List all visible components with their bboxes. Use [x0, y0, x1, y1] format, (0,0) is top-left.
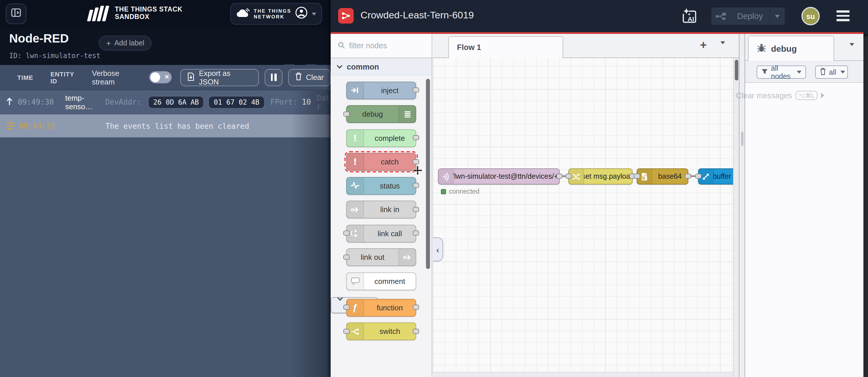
deploy-button[interactable]: Deploy [711, 7, 785, 25]
clear-label: all [829, 68, 836, 76]
fport-value: 10 [302, 98, 311, 106]
palette-node-switch[interactable]: switch [346, 322, 416, 340]
output-port[interactable] [413, 135, 419, 140]
clear-events-button[interactable]: Clear [288, 69, 331, 86]
input-port[interactable] [343, 111, 350, 116]
flow-list-button[interactable] [720, 44, 725, 55]
input-port[interactable] [343, 304, 350, 310]
debug-list-icon [398, 106, 415, 122]
input-port[interactable] [634, 174, 640, 179]
user-avatar[interactable]: su [801, 7, 820, 25]
palette-node-link-in[interactable]: link in [346, 201, 416, 219]
flow-node-change[interactable]: set msg.payload [568, 168, 632, 184]
input-port[interactable] [343, 230, 350, 236]
event-row-cleared[interactable]: 09:49:29 The events list has been cleare… [0, 114, 331, 137]
search-icon [338, 41, 345, 50]
column-time: TIME [17, 74, 37, 81]
output-port[interactable] [413, 87, 419, 92]
palette-filter-placeholder: filter nodes [349, 41, 387, 50]
verbose-stream-toggle[interactable]: × [149, 71, 172, 83]
ai-assistant-button[interactable]: AI [680, 7, 698, 25]
palette-node-debug[interactable]: debug [346, 105, 416, 123]
main-menu-button[interactable] [836, 10, 849, 21]
cloud-icon [236, 8, 250, 20]
desktop-background-strip [863, 0, 868, 377]
export-json-label: Export as JSON [199, 69, 252, 86]
node-label: function [364, 299, 415, 316]
output-port[interactable] [413, 183, 419, 188]
verbose-stream-label: Verbose stream [92, 69, 144, 86]
input-port[interactable] [343, 254, 350, 259]
flow-node-buffer-parser[interactable]: buffer parser [698, 168, 739, 184]
palette-category-common[interactable]: common [331, 58, 432, 75]
event-entity-id: temp-senso… [65, 93, 92, 111]
ghost-tooltip-clear-messages: Clear messages ⌥⌘L [736, 91, 825, 100]
deploy-options-caret[interactable] [770, 14, 785, 18]
app-id: ID: lwn-simulator-test [9, 52, 100, 60]
chevron-down-icon [337, 63, 342, 69]
node-status: connected [441, 188, 479, 195]
add-label-button[interactable]: + Add label [99, 36, 152, 51]
devaddr-label: DevAddr: [105, 98, 141, 106]
input-port[interactable] [343, 328, 350, 334]
output-port[interactable] [413, 304, 419, 310]
output-port[interactable] [556, 174, 563, 179]
event-row-uplink[interactable]: 09:49:30 temp-senso… DevAddr: 26 0D 6A A… [0, 90, 331, 114]
sidebar-toggle-button[interactable] [6, 3, 26, 24]
palette-node-status[interactable]: status [346, 177, 416, 195]
sidebar-options-caret[interactable] [849, 46, 854, 56]
output-port[interactable] [413, 230, 419, 236]
output-port[interactable] [413, 207, 419, 212]
palette-node-inject[interactable]: inject [346, 81, 416, 99]
chevron-down-icon [312, 12, 317, 15]
payload-badge[interactable]: 01 67 02 4B [209, 96, 265, 108]
add-flow-button[interactable]: + [700, 38, 707, 52]
tab-flow-1[interactable]: Flow 1 [448, 36, 563, 58]
tab-debug[interactable]: debug [748, 36, 834, 61]
column-entity-id: ENTITY ID [51, 70, 83, 84]
node-red-header: Crowded-Least-Tern-6019 AI Deploy su [331, 0, 863, 32]
palette-node-function[interactable]: ƒ function [346, 298, 416, 316]
node-label: comment [364, 273, 415, 289]
filter-label: all nodes [771, 64, 793, 80]
canvas-horizontal-scrollbar[interactable] [433, 372, 733, 377]
flow-canvas[interactable]: v3/lwn-simulator-test@ttn/devices/+/up c… [433, 58, 739, 377]
flow-node-base64[interactable]: b64 base64 [637, 168, 688, 184]
output-port[interactable] [685, 174, 691, 179]
palette-node-link-out[interactable]: link out [346, 248, 416, 266]
tts-logo-icon [88, 5, 109, 21]
devaddr-badge[interactable]: 26 0D 6A AB [148, 96, 204, 108]
palette-node-link-call[interactable]: link call [346, 225, 416, 242]
screen: THE THINGS STACK SANDBOX THE THINGS NETW… [0, 0, 868, 377]
tts-logo-line1: THE THINGS STACK [115, 5, 183, 13]
debug-filter-button[interactable]: all nodes [756, 65, 806, 79]
flow-node-mqtt-in[interactable]: v3/lwn-simulator-test@ttn/devices/+/up [438, 168, 560, 184]
palette-filter-input[interactable]: filter nodes [331, 34, 432, 58]
tts-logo-line2: SANDBOX [115, 13, 183, 21]
scrollbar-thumb[interactable] [735, 60, 738, 81]
ttn-top-header: THE THINGS STACK SANDBOX THE THINGS NETW… [0, 0, 331, 28]
debug-clear-button[interactable]: all [815, 65, 848, 79]
output-port[interactable] [413, 328, 419, 334]
canvas-vertical-scrollbar[interactable] [733, 58, 739, 377]
sidebar-splitter[interactable] [739, 34, 745, 377]
splitter-handle[interactable] [741, 132, 743, 146]
pause-stream-button[interactable] [265, 69, 282, 86]
move-cursor-icon [413, 166, 423, 178]
output-port[interactable] [413, 159, 419, 164]
palette-node-catch[interactable]: ! catch [346, 153, 416, 171]
palette-node-comment[interactable]: comment [346, 272, 416, 290]
input-port[interactable] [695, 174, 702, 179]
account-menu-button[interactable]: THE THINGS NETWORK [230, 3, 322, 25]
debug-filter-bar: all nodes all Clear messages ⌥⌘L [745, 61, 863, 83]
palette-collapse-button[interactable]: ‹ [433, 237, 443, 261]
exclamation-icon: ! [347, 153, 364, 170]
palette-node-complete[interactable]: ! complete [346, 129, 416, 147]
palette-scrollbar[interactable] [426, 79, 430, 269]
input-port[interactable] [565, 174, 572, 179]
link-arrow-icon [398, 249, 415, 265]
page-title: Node-RED [9, 32, 69, 46]
tooltip-arrow [821, 92, 825, 98]
flow-tab-bar: Flow 1 + [433, 34, 739, 58]
export-json-button[interactable]: Export as JSON [181, 69, 259, 86]
